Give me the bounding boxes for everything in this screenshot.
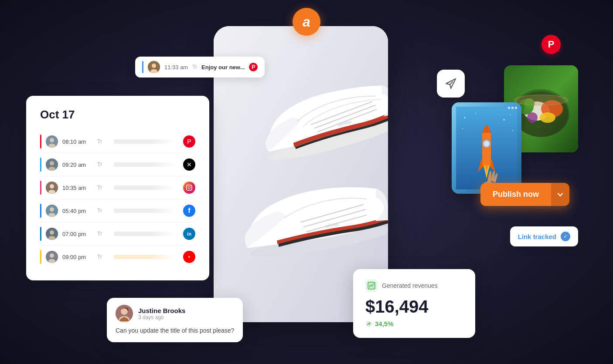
app-logo[interactable]: a (293, 8, 320, 36)
schedule-card: Oct 17 08:10 am Tr P 09:20 am Tr ✕ 10:35… (26, 96, 209, 280)
publish-chevron-button[interactable] (551, 183, 569, 206)
send-icon (445, 78, 457, 90)
schedule-bar (40, 250, 41, 264)
revenue-icon (365, 280, 378, 292)
schedule-item[interactable]: 09:00 pm Tr (40, 246, 195, 268)
svg-point-47 (475, 113, 476, 114)
schedule-item[interactable]: 08:10 am Tr P (40, 130, 195, 153)
comment-header: Justine Brooks 3 days ago (116, 305, 234, 322)
schedule-content-redacted (114, 139, 175, 144)
send-icon-card[interactable] (437, 70, 465, 98)
notification-time: 11:33 am (164, 64, 188, 71)
svg-rect-52 (482, 133, 491, 165)
twitter-x-icon: ✕ (183, 158, 195, 171)
schedule-content-redacted (114, 232, 175, 236)
svg-point-50 (462, 128, 463, 129)
svg-point-10 (50, 184, 54, 189)
growth-arrow-icon (365, 320, 372, 327)
svg-point-16 (50, 207, 54, 212)
schedule-time: 05:40 pm (62, 208, 93, 214)
comment-time-ago: 3 days ago (138, 314, 185, 320)
svg-point-1 (152, 64, 156, 68)
rocket-image-card (452, 102, 521, 194)
check-circle-icon: ✓ (561, 232, 570, 241)
svg-point-19 (50, 230, 54, 235)
schedule-avatar (46, 205, 58, 217)
schedule-time: 09:00 pm (62, 254, 93, 260)
svg-point-58 (366, 321, 372, 327)
pinterest-top-badge[interactable]: P (541, 35, 561, 54)
commenter-info: Justine Brooks 3 days ago (138, 307, 185, 320)
comment-text: Can you update the title of this post pl… (116, 327, 234, 335)
schedule-ti: Tr (97, 138, 106, 145)
svg-point-43 (527, 112, 538, 123)
notification-text: Enjoy our new... (201, 64, 245, 71)
revenue-growth-percent: 34,5% (375, 320, 394, 327)
schedule-content-redacted (114, 185, 175, 190)
schedule-item[interactable]: 07:00 pm Tr in (40, 222, 195, 246)
schedule-item[interactable]: 09:20 am Tr ✕ (40, 153, 195, 176)
svg-point-54 (484, 142, 489, 146)
pinterest-icon: P (183, 135, 195, 148)
notification-avatar (148, 61, 160, 73)
linkedin-icon: in (183, 228, 195, 240)
notification-bar: 11:33 am Tr Enjoy our new... P (135, 57, 265, 78)
schedule-bar (40, 135, 41, 148)
notification-ti: Tr (192, 64, 197, 70)
svg-point-51 (512, 130, 513, 131)
svg-point-42 (540, 112, 555, 123)
schedule-bar (40, 204, 41, 218)
rocket-menu-dots (508, 107, 517, 109)
svg-point-49 (510, 114, 511, 115)
schedule-date: Oct 17 (40, 108, 195, 121)
notification-bar-indicator (142, 61, 143, 73)
revenue-card: Generated revenues $16,494 34,5% (353, 269, 475, 338)
svg-point-46 (464, 117, 466, 118)
schedule-content-redacted (114, 209, 175, 213)
rocket-image-inner (452, 102, 521, 194)
schedule-avatar (46, 228, 58, 240)
schedule-bar (40, 227, 41, 241)
revenue-header: Generated revenues (365, 280, 463, 292)
schedule-time: 08:10 am (62, 138, 93, 145)
svg-rect-12 (187, 185, 192, 190)
svg-point-7 (50, 161, 54, 165)
svg-point-48 (504, 119, 505, 121)
schedule-item[interactable]: 05:40 pm Tr f (40, 199, 195, 222)
schedule-ti: Tr (97, 254, 106, 260)
facebook-icon: f (183, 205, 195, 217)
schedule-item[interactable]: 10:35 am Tr (40, 176, 195, 199)
logo-letter: a (303, 14, 310, 30)
svg-point-44 (514, 95, 568, 105)
schedule-ti: Tr (97, 185, 106, 191)
commenter-avatar (116, 305, 133, 322)
schedule-ti: Tr (97, 231, 106, 237)
instagram-icon (183, 182, 195, 194)
publish-button-container: Publish now (480, 183, 569, 206)
schedule-bar (40, 158, 41, 172)
schedule-content-redacted (114, 162, 175, 167)
schedule-ti: Tr (97, 208, 106, 214)
commenter-name: Justine Brooks (138, 307, 185, 314)
schedule-avatar (46, 158, 58, 171)
schedule-avatar (46, 182, 58, 194)
revenue-growth: 34,5% (365, 320, 463, 327)
revenue-label: Generated revenues (382, 282, 438, 289)
schedule-avatar (46, 251, 58, 263)
pinterest-notification-icon: P (249, 63, 258, 71)
link-tracked-badge: Link tracked ✓ (510, 226, 578, 246)
publish-now-button[interactable]: Publish now (480, 183, 551, 206)
svg-point-22 (50, 253, 54, 258)
revenue-chart-icon (368, 282, 375, 290)
youtube-icon (183, 251, 195, 263)
schedule-content-redacted (114, 255, 175, 259)
schedule-avatar (46, 135, 58, 148)
svg-point-13 (188, 187, 191, 189)
svg-point-14 (191, 186, 191, 187)
schedule-time: 07:00 pm (62, 231, 93, 237)
chevron-down-icon (557, 192, 563, 198)
revenue-amount: $16,494 (365, 297, 463, 317)
schedule-ti: Tr (97, 162, 106, 168)
schedule-time: 09:20 am (62, 162, 93, 168)
schedule-bar (40, 181, 41, 195)
